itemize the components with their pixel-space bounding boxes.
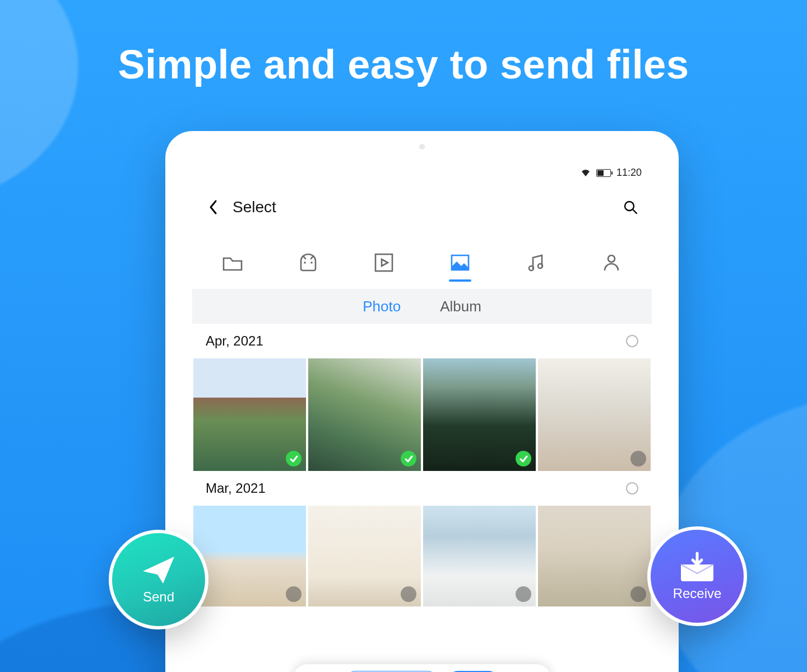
svg-point-2: [310, 262, 313, 264]
tab-apps[interactable]: [293, 253, 324, 272]
receive-bubble[interactable]: Receive: [647, 526, 747, 626]
grid-apr: [192, 358, 652, 471]
section-header-mar: Mar, 2021: [192, 471, 652, 506]
section-header-apr: Apr, 2021: [192, 324, 652, 358]
send-bubble-label: Send: [143, 589, 174, 605]
grid-mar: [192, 506, 652, 606]
marketing-headline: Simple and easy to send files: [0, 41, 807, 87]
back-button[interactable]: [203, 197, 224, 217]
unselected-dot-icon: [630, 451, 646, 466]
receive-bubble-label: Receive: [673, 586, 722, 601]
tab-video[interactable]: [368, 253, 400, 273]
subtab-photo[interactable]: Photo: [363, 298, 401, 315]
unselected-dot-icon: [516, 586, 531, 602]
photo-thumb[interactable]: [193, 506, 306, 606]
photo-thumb[interactable]: [308, 506, 421, 606]
svg-rect-3: [375, 254, 392, 271]
select-all-apr[interactable]: [626, 335, 638, 347]
battery-icon: [596, 169, 611, 177]
photo-thumb[interactable]: [423, 506, 536, 606]
svg-point-7: [608, 255, 615, 262]
bottom-action-bar: Selected （3） Seed: [293, 664, 551, 672]
photo-thumb[interactable]: [538, 506, 651, 606]
category-tabs: [192, 244, 652, 281]
page-title: Select: [233, 198, 276, 216]
status-bar: 11:20: [581, 167, 642, 179]
tab-music[interactable]: [520, 253, 551, 272]
photo-thumb[interactable]: [538, 358, 651, 471]
tab-image[interactable]: [444, 254, 476, 272]
check-icon: [286, 451, 302, 466]
tab-files[interactable]: [217, 254, 248, 272]
check-icon: [516, 451, 531, 466]
tablet-camera-dot: [419, 144, 425, 150]
send-bubble[interactable]: Send: [109, 530, 208, 629]
select-all-mar[interactable]: [626, 482, 638, 494]
section-label: Mar, 2021: [206, 480, 266, 496]
tab-contacts[interactable]: [596, 253, 627, 272]
photo-thumb[interactable]: [193, 358, 306, 471]
status-time: 11:20: [616, 167, 642, 179]
unselected-dot-icon: [286, 586, 302, 602]
check-icon: [401, 451, 416, 466]
search-button[interactable]: [620, 197, 641, 217]
app-screen: 11:20 Select: [192, 162, 652, 672]
svg-point-5: [529, 266, 534, 270]
unselected-dot-icon: [401, 586, 416, 602]
photo-thumb[interactable]: [423, 358, 536, 471]
section-label: Apr, 2021: [206, 333, 263, 349]
tablet-frame: 11:20 Select: [165, 131, 679, 672]
paper-plane-icon: [141, 554, 177, 586]
inbox-download-icon: [678, 551, 717, 582]
app-header: Select: [192, 192, 652, 223]
photo-thumb[interactable]: [308, 358, 421, 471]
photo-content: Apr, 2021 Mar, 2021: [192, 324, 652, 672]
subtab-album[interactable]: Album: [440, 298, 481, 315]
subtabs: Photo Album: [192, 289, 652, 324]
unselected-dot-icon: [630, 586, 646, 602]
svg-point-6: [538, 264, 542, 268]
wifi-icon: [581, 169, 591, 177]
svg-point-1: [304, 262, 306, 264]
